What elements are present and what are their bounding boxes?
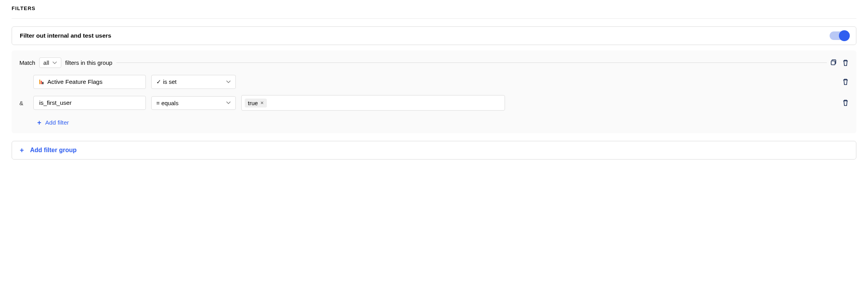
match-label-prefix: Match: [19, 59, 35, 66]
operator-symbol: ✓: [156, 78, 161, 85]
filters-section-title: FILTERS: [12, 5, 856, 19]
operator-label: equals: [161, 100, 178, 106]
value-chip-label: true: [248, 100, 258, 106]
delete-group-button[interactable]: [842, 59, 849, 66]
divider: [116, 62, 827, 63]
filter-group-header: Match all filters in this group: [19, 57, 849, 68]
operator-symbol: =: [156, 100, 160, 106]
filter-property-label: Active Feature Flags: [47, 78, 102, 85]
internal-users-toggle-label: Filter out internal and test users: [20, 32, 111, 39]
add-filter-label: Add filter: [45, 119, 69, 126]
add-filter-group-button[interactable]: + Add filter group: [12, 141, 856, 160]
filter-row: & is_first_user = equals true ✕: [19, 95, 849, 111]
filter-property-select[interactable]: Active Feature Flags: [33, 75, 146, 89]
match-label-suffix: filters in this group: [65, 59, 112, 66]
filter-value-input[interactable]: true ✕: [241, 95, 505, 111]
delete-filter-button[interactable]: [842, 99, 849, 106]
filter-row: Active Feature Flags ✓ is set: [19, 75, 849, 89]
internal-users-toggle-card: Filter out internal and test users: [12, 26, 856, 45]
match-mode-select[interactable]: all: [39, 57, 61, 68]
feature-flag-icon: [39, 80, 43, 84]
svg-rect-1: [831, 61, 835, 65]
value-chip: true ✕: [245, 99, 267, 108]
add-filter-button[interactable]: + Add filter: [37, 119, 69, 126]
duplicate-group-button[interactable]: [831, 59, 837, 66]
connector-and: &: [19, 100, 28, 106]
remove-chip-icon[interactable]: ✕: [260, 101, 264, 106]
chevron-down-icon: [226, 80, 231, 83]
internal-users-toggle[interactable]: [830, 31, 848, 40]
operator-label: is set: [163, 78, 176, 85]
filter-property-label: is_first_user: [39, 99, 72, 106]
filter-property-select[interactable]: is_first_user: [33, 96, 146, 110]
filter-operator-select[interactable]: = equals: [151, 96, 236, 110]
filter-operator-select[interactable]: ✓ is set: [151, 75, 236, 89]
chevron-down-icon: [52, 61, 57, 64]
plus-icon: +: [20, 147, 24, 154]
delete-filter-button[interactable]: [842, 78, 849, 85]
match-mode-value: all: [43, 59, 49, 66]
filter-group: Match all filters in this group: [12, 50, 856, 133]
plus-icon: +: [37, 119, 41, 126]
chevron-down-icon: [226, 101, 231, 104]
add-filter-group-label: Add filter group: [30, 147, 77, 154]
